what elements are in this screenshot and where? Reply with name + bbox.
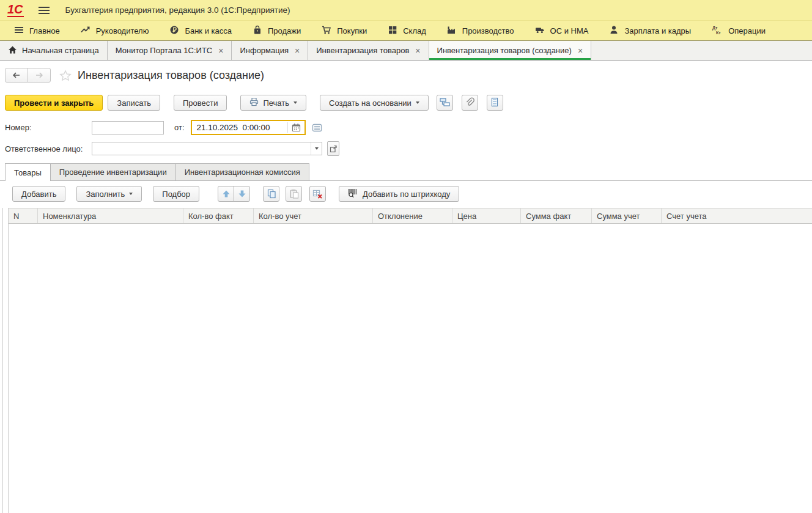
document-structure-icon — [440, 97, 450, 109]
sections-icon — [14, 25, 24, 37]
window-title: Бухгалтерия предприятия, редакция 3.0 (1… — [65, 6, 290, 15]
menu-item-operacii[interactable]: ДтКт Операции — [701, 21, 776, 40]
favorite-star-icon[interactable] — [59, 70, 72, 81]
move-down-button[interactable] — [234, 186, 250, 202]
dtkt-icon: ДтКт — [712, 25, 723, 37]
menu-label: Покупки — [337, 26, 367, 35]
chevron-down-icon — [293, 101, 297, 104]
tab-informaciya[interactable]: Информация × — [232, 41, 308, 60]
tab-inventarizaciya-tovarov[interactable]: Инвентаризация товаров × — [308, 41, 429, 60]
arrow-left-icon — [12, 71, 21, 79]
post-and-close-button[interactable]: Провести и закрыть — [5, 95, 103, 111]
items-table-toolbar: Добавить Заполнить Подбор Добавить по шт… — [12, 186, 807, 202]
tab-label: Инвентаризация товаров (создание) — [437, 46, 572, 55]
page-title: Инвентаризация товаров (создание) — [78, 69, 264, 82]
column-header-summa-uchet[interactable]: Сумма учет — [592, 209, 662, 223]
column-header-otklonenie[interactable]: Отклонение — [373, 209, 452, 223]
document-form: Инвентаризация товаров (создание) Провес… — [0, 61, 812, 513]
post-button[interactable]: Провести — [174, 95, 227, 111]
menu-item-sklad[interactable]: Склад — [377, 21, 437, 40]
column-header-n[interactable]: N — [9, 209, 38, 223]
truck-icon — [535, 25, 545, 37]
items-table: N Номенклатура Кол-во факт Кол-во учет О… — [0, 208, 812, 513]
tab-inventarizaciya-tovarov-sozdanie[interactable]: Инвентаризация товаров (создание) × — [429, 41, 592, 60]
close-icon[interactable]: × — [415, 46, 420, 55]
button-label: Заполнить — [86, 190, 125, 199]
form-tab-provedenie-inventarizacii[interactable]: Проведение инвентаризации — [50, 163, 176, 180]
main-menu-icon[interactable] — [39, 7, 50, 14]
calendar-icon[interactable] — [288, 121, 304, 134]
menu-item-proizvodstvo[interactable]: Производство — [437, 21, 525, 40]
trending-up-icon — [81, 25, 90, 37]
date-value: 21.10.2025 0:00:00 — [192, 123, 287, 132]
forward-button[interactable] — [28, 68, 51, 83]
menu-label: Руководителю — [96, 26, 149, 35]
date-input[interactable]: 21.10.2025 0:00:00 — [191, 120, 306, 135]
add-by-barcode-button[interactable]: Добавить по штрихкоду — [339, 186, 459, 202]
number-input[interactable] — [92, 121, 164, 135]
form-tab-label: Проведение инвентаризации — [59, 168, 167, 177]
ruble-icon — [169, 25, 179, 37]
1c-logo: 1С — [7, 3, 24, 17]
pick-button[interactable]: Подбор — [153, 186, 199, 202]
tab-home[interactable]: Начальная страница — [0, 41, 108, 60]
open-in-window-icon — [330, 145, 338, 153]
tab-label: Начальная страница — [22, 46, 99, 55]
responsible-input[interactable] — [92, 142, 322, 155]
copy-rows-button[interactable] — [263, 186, 279, 202]
svg-text:Дт: Дт — [712, 26, 718, 31]
reports-button[interactable] — [487, 95, 503, 111]
create-based-on-button[interactable]: Создать на основании — [320, 95, 429, 111]
menu-item-glavnoe[interactable]: Главное — [4, 21, 70, 40]
open-link-button[interactable] — [327, 141, 339, 156]
add-row-button[interactable]: Добавить — [12, 186, 65, 202]
cart-icon — [322, 25, 331, 37]
tab-monitor-portala[interactable]: Монитор Портала 1С:ИТС × — [108, 41, 232, 60]
menu-label: Операции — [728, 26, 766, 35]
responsible-label: Ответственное лицо: — [5, 144, 92, 153]
sections-panel: Главное Руководителю Банк и касса Продаж… — [0, 21, 812, 41]
column-header-schet-ucheta[interactable]: Счет учета — [662, 209, 812, 223]
move-up-button[interactable] — [218, 186, 234, 202]
close-icon[interactable]: × — [218, 46, 223, 55]
home-icon — [8, 45, 17, 56]
column-header-nomenklatura[interactable]: Номенклатура — [38, 209, 183, 223]
tab-label: Монитор Портала 1С:ИТС — [116, 46, 212, 55]
navigation-row: Инвентаризация товаров (создание) — [5, 67, 807, 84]
print-button[interactable]: Печать — [240, 95, 306, 111]
history-icon[interactable] — [312, 123, 322, 133]
paperclip-icon — [465, 97, 474, 109]
attachments-button[interactable] — [462, 95, 478, 111]
printer-icon — [249, 97, 259, 108]
column-header-summa-fakt[interactable]: Сумма факт — [521, 209, 592, 223]
menu-item-pokupki[interactable]: Покупки — [311, 21, 377, 40]
open-windows-tabbar: Начальная страница Монитор Портала 1С:ИТ… — [0, 41, 812, 61]
column-header-kolvo-uchet[interactable]: Кол-во учет — [254, 209, 373, 223]
form-tab-tovary[interactable]: Товары — [5, 163, 51, 181]
save-button[interactable]: Записать — [108, 95, 160, 111]
arrow-up-icon — [222, 190, 231, 198]
close-icon[interactable]: × — [578, 46, 583, 55]
button-label: Создать на основании — [329, 98, 412, 108]
column-header-kolvo-fakt[interactable]: Кол-во факт — [183, 209, 254, 223]
document-toolbar: Провести и закрыть Записать Провести Печ… — [5, 95, 807, 111]
number-row: Номер: от: 21.10.2025 0:00:00 — [0, 120, 812, 135]
form-tabbar: Товары Проведение инвентаризации Инвента… — [0, 163, 812, 181]
fill-button[interactable]: Заполнить — [76, 186, 142, 202]
delete-rows-button[interactable] — [309, 186, 326, 202]
button-label: Добавить по штрихкоду — [363, 190, 450, 199]
menu-item-rukovoditelyu[interactable]: Руководителю — [70, 21, 160, 40]
menu-item-bank-i-kassa[interactable]: Банк и касса — [159, 21, 242, 40]
paste-rows-button[interactable] — [286, 186, 302, 202]
related-documents-button[interactable] — [437, 95, 453, 111]
menu-item-prodazhi[interactable]: Продажи — [242, 21, 311, 40]
column-header-cena[interactable]: Цена — [452, 209, 521, 223]
close-icon[interactable]: × — [295, 46, 300, 55]
back-button[interactable] — [5, 68, 28, 83]
form-tab-inventarizacionnaya-komissiya[interactable]: Инвентаризационная комиссия — [175, 163, 309, 180]
shopping-bag-icon — [253, 25, 262, 37]
menu-item-os-i-nma[interactable]: ОС и НМА — [525, 21, 599, 40]
menu-item-zarplata-i-kadry[interactable]: Зарплата и кадры — [599, 21, 701, 40]
delete-row-icon — [312, 189, 323, 199]
chevron-down-icon[interactable] — [311, 142, 322, 155]
